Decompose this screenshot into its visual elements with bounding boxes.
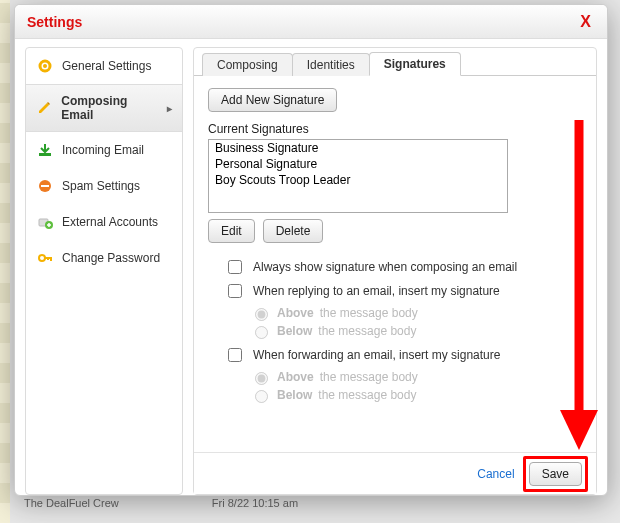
checkbox-label: Always show signature when composing an …	[253, 260, 517, 274]
gear-icon	[36, 57, 54, 75]
pencil-icon	[36, 99, 53, 117]
sidebar-item-change-password[interactable]: Change Password	[26, 240, 182, 276]
add-signature-button[interactable]: Add New Signature	[208, 88, 337, 112]
radio-label-rest: the message body	[318, 388, 416, 402]
radio-label-rest: the message body	[320, 306, 418, 320]
radio-forward-above[interactable]	[255, 372, 268, 385]
radio-reply-above[interactable]	[255, 308, 268, 321]
sidebar-item-label: Composing Email	[61, 94, 159, 122]
background-mail-row: The DealFuel Crew Fri 8/22 10:15 am	[10, 497, 620, 515]
sidebar-item-general-settings[interactable]: General Settings	[26, 48, 182, 84]
sidebar-item-label: Incoming Email	[62, 143, 144, 157]
checkbox-label: When replying to an email, insert my sig…	[253, 284, 500, 298]
signatures-listbox[interactable]: Business Signature Personal Signature Bo…	[208, 139, 508, 213]
bg-col-sender: The DealFuel Crew	[24, 497, 119, 509]
radio-label-bold: Below	[277, 324, 312, 338]
dialog-title: Settings	[27, 14, 576, 30]
background-strip	[0, 0, 10, 523]
sidebar-item-label: General Settings	[62, 59, 151, 73]
sidebar-item-spam-settings[interactable]: Spam Settings	[26, 168, 182, 204]
radio-label-rest: the message body	[318, 324, 416, 338]
forward-position-group: Above the message body Below the message…	[250, 369, 582, 403]
save-button[interactable]: Save	[529, 462, 582, 486]
sidebar-item-external-accounts[interactable]: External Accounts	[26, 204, 182, 240]
settings-sidebar: General Settings Composing Email ▸ Incom…	[25, 47, 183, 495]
close-button[interactable]: X	[576, 13, 595, 31]
chevron-right-icon: ▸	[167, 103, 172, 114]
settings-dialog: Settings X General Settings Composing Em…	[14, 4, 608, 496]
checkbox-reply-insert[interactable]	[228, 284, 242, 298]
edit-button[interactable]: Edit	[208, 219, 255, 243]
tab-bar: Composing Identities Signatures	[194, 48, 596, 76]
svg-rect-2	[39, 153, 51, 156]
list-item[interactable]: Personal Signature	[209, 156, 507, 172]
sidebar-item-composing-email[interactable]: Composing Email ▸	[26, 84, 182, 132]
sidebar-item-label: Spam Settings	[62, 179, 140, 193]
tab-content-signatures: Add New Signature Current Signatures Bus…	[194, 76, 596, 452]
tab-composing[interactable]: Composing	[202, 53, 293, 76]
radio-forward-below[interactable]	[255, 390, 268, 403]
checkbox-always-show[interactable]	[228, 260, 242, 274]
radio-label-bold: Above	[277, 306, 314, 320]
checkbox-label: When forwarding an email, insert my sign…	[253, 348, 500, 362]
checkbox-forward-insert[interactable]	[228, 348, 242, 362]
dialog-titlebar: Settings X	[15, 5, 607, 39]
radio-label-rest: the message body	[320, 370, 418, 384]
svg-rect-4	[41, 185, 49, 187]
reply-position-group: Above the message body Below the message…	[250, 305, 582, 339]
radio-reply-below[interactable]	[255, 326, 268, 339]
radio-label-bold: Below	[277, 388, 312, 402]
radio-label-bold: Above	[277, 370, 314, 384]
dialog-footer: Cancel Save	[194, 452, 596, 494]
inbox-icon	[36, 141, 54, 159]
cancel-link[interactable]: Cancel	[477, 467, 514, 481]
delete-button[interactable]: Delete	[263, 219, 324, 243]
sidebar-item-label: External Accounts	[62, 215, 158, 229]
list-item[interactable]: Business Signature	[209, 140, 507, 156]
svg-point-1	[43, 64, 47, 68]
plus-icon	[36, 213, 54, 231]
bg-col-date: Fri 8/22 10:15 am	[212, 497, 298, 509]
current-signatures-label: Current Signatures	[208, 122, 582, 136]
tab-identities[interactable]: Identities	[292, 53, 370, 76]
sidebar-item-incoming-email[interactable]: Incoming Email	[26, 132, 182, 168]
key-icon	[36, 249, 54, 267]
sidebar-item-label: Change Password	[62, 251, 160, 265]
block-icon	[36, 177, 54, 195]
list-item[interactable]: Boy Scouts Troop Leader	[209, 172, 507, 188]
tab-signatures[interactable]: Signatures	[369, 52, 461, 76]
settings-main-panel: Composing Identities Signatures Add New …	[193, 47, 597, 495]
